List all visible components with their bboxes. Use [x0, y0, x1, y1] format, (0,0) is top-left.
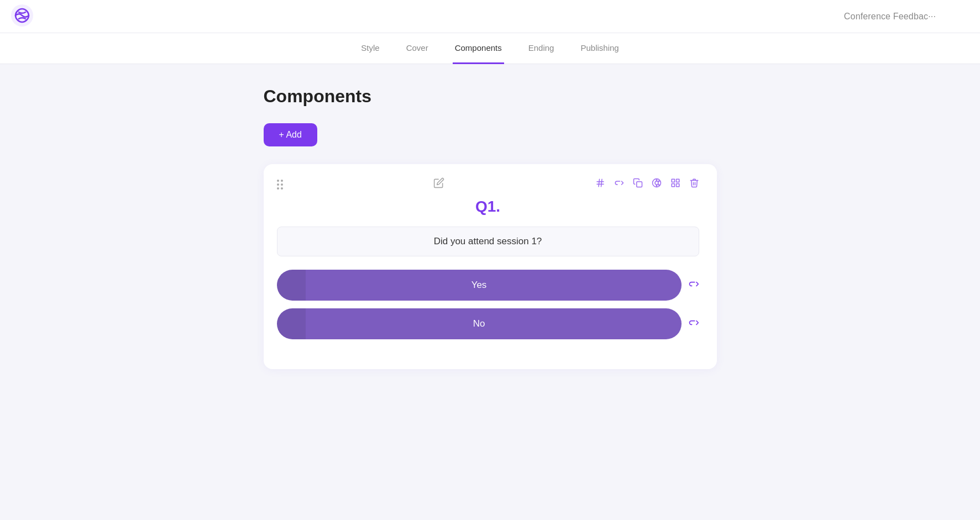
logo[interactable] [11, 4, 33, 29]
drag-dots [277, 180, 283, 190]
svg-line-4 [601, 179, 602, 187]
answer-no-button[interactable]: No [277, 308, 682, 339]
answer-option-row-no: No [277, 308, 699, 339]
card-top-row [277, 177, 699, 191]
add-button-label: + Add [279, 130, 302, 140]
answer-yes-label: Yes [295, 280, 664, 291]
nav-tabs-bar: Style Cover Components Ending Publishing [0, 33, 980, 64]
answer-option-row-yes: Yes [277, 270, 699, 301]
card-actions [595, 178, 699, 191]
trash-icon[interactable] [689, 178, 699, 191]
hash-icon[interactable] [595, 178, 605, 191]
palette-icon[interactable] [652, 178, 662, 191]
tab-cover[interactable]: Cover [404, 33, 431, 64]
svg-point-9 [658, 181, 659, 182]
svg-rect-14 [676, 184, 679, 187]
add-button[interactable]: + Add [264, 123, 317, 146]
form-title: Conference Feedbac··· [844, 12, 936, 22]
answer-no-logic-icon[interactable] [688, 317, 699, 330]
grid-icon[interactable] [670, 178, 680, 191]
svg-point-11 [656, 186, 657, 187]
tab-components[interactable]: Components [453, 33, 504, 64]
tab-publishing[interactable]: Publishing [578, 33, 621, 64]
top-bar: Conference Feedbac··· [0, 0, 980, 33]
page-body: Components + Add [264, 86, 761, 498]
question-text: Did you attend session 1? [277, 227, 699, 256]
edit-icon[interactable] [433, 177, 444, 191]
answer-yes-logic-icon[interactable] [688, 279, 699, 292]
svg-rect-15 [672, 184, 674, 187]
page-heading: Components [264, 86, 761, 107]
svg-rect-13 [676, 179, 679, 182]
svg-point-7 [655, 181, 658, 185]
drag-handle[interactable] [277, 180, 283, 190]
answer-yes-button[interactable]: Yes [277, 270, 682, 301]
svg-point-10 [658, 185, 659, 186]
svg-rect-5 [636, 182, 642, 187]
tab-style[interactable]: Style [359, 33, 381, 64]
svg-line-3 [599, 179, 600, 187]
component-card: Q1. Did you attend session 1? Yes No [264, 164, 717, 369]
main-content: Components + Add [0, 64, 980, 520]
logic-icon[interactable] [614, 178, 624, 191]
copy-icon[interactable] [633, 178, 643, 191]
svg-point-8 [656, 180, 657, 181]
question-number: Q1. [277, 198, 699, 216]
tab-ending[interactable]: Ending [526, 33, 557, 64]
answer-no-label: No [295, 318, 664, 329]
svg-rect-12 [672, 179, 674, 182]
